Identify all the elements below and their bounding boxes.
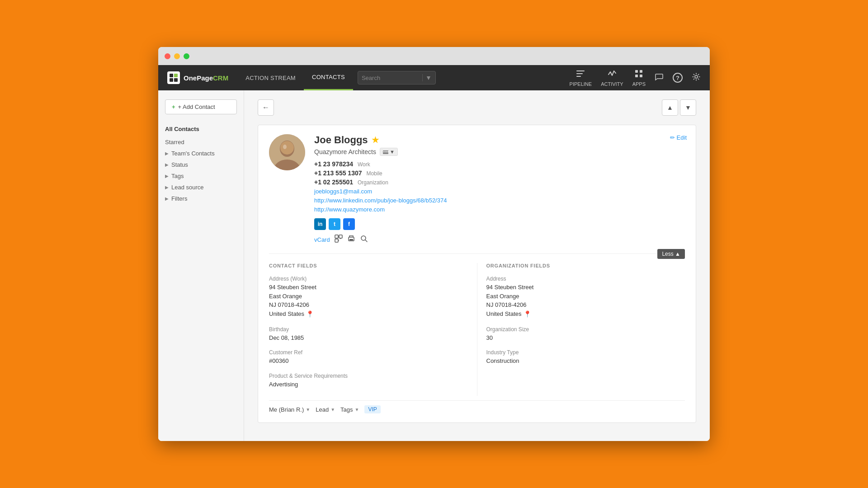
contact-email-row: joebloggs1@mail.com: [314, 188, 685, 195]
bottom-bar: Me (Brian R.) ▼ Lead ▼ Tags ▼ VIP: [269, 400, 685, 413]
owner-label: Me (Brian R.): [269, 406, 304, 413]
minimize-button[interactable]: [174, 53, 180, 59]
svg-rect-6: [635, 75, 638, 77]
industry-label: Industry Type: [486, 349, 685, 356]
search-dropdown[interactable]: ▼: [422, 74, 432, 81]
lead-dropdown-arrow: ▼: [330, 407, 335, 412]
vip-tag[interactable]: VIP: [364, 405, 380, 413]
contact-website[interactable]: http://www.quazymore.com: [314, 206, 385, 213]
linkedin-button[interactable]: in: [314, 218, 326, 230]
less-label: Less ▲: [662, 251, 680, 257]
contact-actions: vCard: [314, 235, 685, 244]
vcard-link[interactable]: vCard: [314, 236, 330, 243]
org-size-field: Organization Size 30: [486, 326, 685, 343]
sidebar-item-status[interactable]: ▶ Status: [165, 159, 237, 170]
address-country-row: United States 📍: [269, 310, 468, 319]
phone-mobile-label: Mobile: [366, 170, 382, 177]
close-button[interactable]: [165, 53, 170, 59]
search-input[interactable]: [362, 75, 420, 81]
svg-rect-16: [385, 151, 386, 152]
help-nav-item[interactable]: ?: [673, 73, 683, 83]
star-icon[interactable]: ★: [372, 135, 379, 145]
tags-label: Tags: [340, 406, 353, 413]
search-icon[interactable]: [360, 235, 368, 244]
messages-nav-item[interactable]: [655, 72, 664, 84]
owner-dropdown-arrow: ▼: [306, 407, 310, 412]
org-address-field: Address 94 Steuben Street East Orange NJ…: [486, 276, 685, 319]
pipeline-icon: [576, 69, 585, 80]
next-contact-button[interactable]: ▼: [680, 99, 696, 116]
settings-nav-item[interactable]: [692, 72, 701, 84]
print-icon[interactable]: [347, 235, 355, 244]
contact-email[interactable]: joebloggs1@mail.com: [314, 188, 372, 195]
owner-dropdown[interactable]: Me (Brian R.) ▼: [269, 406, 310, 413]
apps-icon: [634, 69, 643, 80]
sidebar-item-lead-source[interactable]: ▶ Lead source: [165, 182, 237, 193]
maximize-button[interactable]: [184, 53, 189, 59]
nav-contacts[interactable]: CONTACTS: [304, 65, 353, 90]
tags-dropdown[interactable]: Tags ▼: [340, 406, 359, 413]
birthday-label: Birthday: [269, 326, 468, 333]
less-button[interactable]: Less ▲: [657, 249, 685, 259]
svg-point-12: [280, 141, 294, 155]
phone-work-value: +1 23 978234: [314, 160, 353, 168]
edit-button[interactable]: ✏ Edit: [670, 134, 687, 141]
svg-rect-1: [174, 74, 178, 77]
main-content: + + Add Contact All Contacts Starred ▶ T…: [158, 90, 710, 441]
back-button[interactable]: ←: [258, 99, 274, 116]
prev-contact-button[interactable]: ▲: [662, 99, 678, 116]
contact-phone-org: +1 02 255501 Organization: [314, 178, 685, 186]
share-icon[interactable]: [335, 235, 343, 244]
org-size-value: 30: [486, 333, 685, 343]
navbar: OnePageCRM ACTION STREAM CONTACTS ▼ PIPE…: [158, 65, 710, 90]
pipeline-nav-item[interactable]: PIPELINE: [570, 69, 592, 87]
brand-logo[interactable]: OnePageCRM: [167, 71, 228, 84]
org-address-value: 94 Steuben Street East Orange NJ 07018-4…: [486, 283, 685, 319]
map-pin-icon[interactable]: 📍: [306, 310, 314, 319]
svg-rect-5: [640, 70, 642, 73]
edit-label: Edit: [677, 134, 687, 141]
nav-links: ACTION STREAM CONTACTS: [237, 65, 353, 90]
sidebar-item-starred[interactable]: Starred: [165, 136, 237, 148]
org-map-pin-icon[interactable]: 📍: [524, 310, 531, 319]
svg-point-13: [283, 145, 287, 149]
activity-nav-item[interactable]: ACTIVITY: [601, 69, 623, 87]
lead-dropdown[interactable]: Lead ▼: [316, 406, 335, 413]
pipeline-label: PIPELINE: [570, 81, 592, 87]
titlebar: [158, 47, 710, 65]
contact-birthday-field: Birthday Dec 08, 1985: [269, 326, 468, 343]
nav-action-stream[interactable]: ACTION STREAM: [237, 65, 304, 90]
svg-rect-7: [640, 75, 642, 77]
twitter-button[interactable]: t: [329, 218, 340, 230]
svg-line-25: [365, 240, 367, 242]
sidebar-teams-contacts-label: Team's Contacts: [171, 150, 215, 157]
contact-linkedin[interactable]: http://www.linkedin.com/pub/joe-bloggs/6…: [314, 197, 447, 204]
contact-website-row: http://www.quazymore.com: [314, 206, 685, 213]
sidebar-item-teams-contacts[interactable]: ▶ Team's Contacts: [165, 148, 237, 159]
sidebar-item-tags[interactable]: ▶ Tags: [165, 170, 237, 182]
sidebar: + + Add Contact All Contacts Starred ▶ T…: [158, 90, 244, 441]
address-country: United States: [269, 310, 304, 319]
product-value: Advertising: [269, 380, 468, 389]
sidebar-all-contacts[interactable]: All Contacts: [165, 123, 237, 135]
phone-org-label: Organization: [358, 179, 388, 186]
org-address-country-row: United States 📍: [486, 310, 685, 319]
avatar: [269, 134, 305, 170]
apps-nav-item[interactable]: APPS: [632, 69, 646, 87]
birthday-value: Dec 08, 1985: [269, 333, 468, 343]
org-address-line3: NJ 07018-4206: [486, 300, 685, 310]
fields-section: CONTACT FIELDS Address (Work) 94 Steuben…: [269, 253, 685, 396]
sidebar-item-filters[interactable]: ▶ Filters: [165, 193, 237, 204]
contact-phone-mobile: +1 213 555 1307 Mobile: [314, 169, 685, 177]
phone-org-value: +1 02 255501: [314, 178, 353, 186]
svg-rect-18: [387, 151, 388, 152]
add-contact-button[interactable]: + + Add Contact: [165, 99, 237, 114]
teams-contacts-arrow: ▶: [165, 151, 169, 156]
tags-arrow: ▶: [165, 174, 169, 178]
industry-field: Industry Type Construction: [486, 349, 685, 366]
org-address-line2: East Orange: [486, 292, 685, 301]
company-icon[interactable]: ▼: [380, 148, 398, 156]
facebook-button[interactable]: f: [343, 218, 355, 230]
org-size-label: Organization Size: [486, 326, 685, 333]
svg-point-8: [695, 75, 698, 78]
